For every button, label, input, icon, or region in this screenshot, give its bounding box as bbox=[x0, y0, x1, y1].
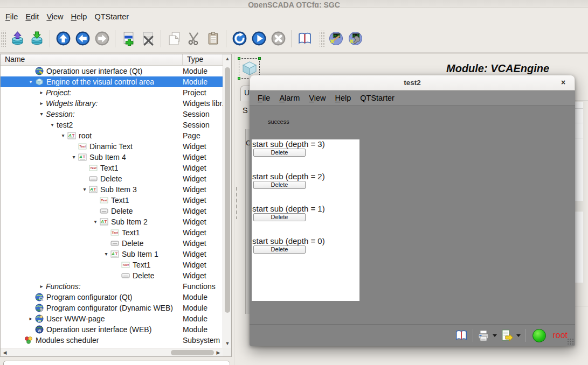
qtstarter-datetime-button[interactable]: 10:55 bbox=[326, 29, 345, 49]
delete-button[interactable]: Delete bbox=[253, 213, 306, 221]
tree-row-user-www-page[interactable]: ▸WUser WWW-pageModule bbox=[1, 313, 223, 324]
refresh-button[interactable] bbox=[230, 29, 249, 49]
paste-item-button[interactable] bbox=[203, 29, 223, 49]
current-user-button[interactable]: root bbox=[552, 331, 568, 340]
tree-row-project[interactable]: ▸Project:Project bbox=[1, 87, 223, 98]
scroll-left-icon[interactable]: ◀ bbox=[1, 350, 9, 355]
toolbar-grip[interactable] bbox=[320, 31, 325, 47]
save-to-db-button[interactable] bbox=[27, 29, 46, 49]
tree-row-sub-item-4[interactable]: ▾ATSub Item 4Widget bbox=[1, 152, 223, 163]
svg-text:W: W bbox=[38, 319, 41, 322]
print-dropdown-icon[interactable] bbox=[493, 334, 497, 337]
tree-row-delete[interactable]: DeleteWidget bbox=[1, 173, 223, 184]
tree-row-functions[interactable]: ▸Functions:Functions bbox=[1, 281, 223, 292]
tree-item-type: Widget bbox=[183, 152, 223, 163]
tree-row-operation-user-interface-qt[interactable]: Operation user interface (Qt)Module bbox=[1, 66, 223, 76]
tree-row-program-configurator-qt[interactable]: Program configurator (Qt)Module bbox=[1, 292, 223, 303]
export-dropdown-icon[interactable] bbox=[516, 334, 521, 337]
tree-row-text1[interactable]: TextText1Widget bbox=[1, 163, 223, 173]
export-icon[interactable] bbox=[501, 329, 514, 342]
load-from-db-button[interactable] bbox=[8, 29, 27, 49]
manual-icon[interactable] bbox=[455, 329, 468, 342]
tree-row-sub-item-1[interactable]: ▾ATSub Item 1Widget bbox=[1, 249, 223, 259]
tree-header-type[interactable]: Type bbox=[183, 54, 203, 65]
collapse-icon[interactable]: ▾ bbox=[70, 152, 78, 163]
manual-button[interactable] bbox=[295, 29, 314, 49]
menu-view[interactable]: View bbox=[46, 12, 63, 21]
tree-row-sub-item-2[interactable]: ▾ATSub Item 2Widget bbox=[1, 216, 223, 227]
tree-row-widgets-library[interactable]: ▸Widgets library:Widgets libr. bbox=[1, 98, 223, 109]
delete-button[interactable]: Delete bbox=[253, 149, 306, 157]
start-periodic-update-button[interactable] bbox=[249, 29, 268, 49]
cut-item-button[interactable] bbox=[184, 29, 203, 49]
tree-row-session[interactable]: ▾Session:Session bbox=[1, 109, 223, 120]
expand-icon[interactable]: ▸ bbox=[37, 87, 46, 98]
tree-item-label: Session: bbox=[46, 110, 75, 118]
delete-button[interactable]: Delete bbox=[253, 245, 306, 254]
page-at-icon: AT bbox=[67, 131, 77, 140]
dialog-titlebar[interactable]: test2 × bbox=[250, 75, 575, 90]
tree-row-delete[interactable]: DeleteWidget bbox=[1, 270, 223, 281]
clipped-tab[interactable]: U bbox=[240, 86, 250, 101]
tree-row-engine-of-the-visual-control-area[interactable]: ▾Engine of the visual control areaModule bbox=[1, 76, 223, 87]
qtstarter-config-button[interactable]: 10:55 bbox=[345, 29, 365, 49]
print-icon[interactable] bbox=[477, 329, 490, 342]
menu-edit[interactable]: Edit bbox=[25, 12, 39, 21]
menu-help[interactable]: Help bbox=[71, 12, 87, 21]
panel-splitter[interactable] bbox=[234, 54, 234, 365]
tree-row-text1[interactable]: TextText1Widget bbox=[1, 259, 223, 270]
dialog-menu-alarm[interactable]: Alarm bbox=[279, 94, 300, 102]
tree-row-root[interactable]: ▾ATrootPage bbox=[1, 130, 223, 141]
collapse-icon[interactable]: ▾ bbox=[48, 120, 57, 130]
dialog-menu-view[interactable]: View bbox=[309, 94, 326, 102]
menu-qtstarter[interactable]: QTStarter bbox=[94, 12, 129, 21]
collapse-icon[interactable]: ▾ bbox=[91, 216, 100, 227]
tree-row-modules-scheduler[interactable]: Modules schedulerSubsystem bbox=[1, 335, 223, 346]
selection-handle[interactable] bbox=[258, 57, 261, 60]
scroll-down-icon[interactable]: ▼ bbox=[223, 341, 232, 346]
collapse-icon[interactable]: ▾ bbox=[80, 184, 89, 195]
collapse-icon[interactable]: ▾ bbox=[59, 130, 67, 141]
tree-row-sub-item-3[interactable]: ▾ATSub Item 3Widget bbox=[1, 184, 223, 195]
menu-file[interactable]: File bbox=[5, 12, 18, 21]
tree-row-test2[interactable]: ▾test2Session bbox=[1, 120, 223, 130]
selection-handle[interactable] bbox=[238, 57, 240, 60]
splitter-grip-icon[interactable] bbox=[236, 186, 238, 219]
tree-header-name[interactable]: Name bbox=[1, 54, 183, 65]
delete-button[interactable]: Delete bbox=[253, 181, 306, 189]
dialog-menu-help[interactable]: Help bbox=[335, 94, 351, 102]
close-icon[interactable]: × bbox=[557, 75, 569, 90]
dialog-menu-qtstarter[interactable]: QTStarter bbox=[360, 94, 395, 102]
tree-item-type: Session bbox=[183, 109, 223, 120]
tree-item-label: Engine of the visual control area bbox=[46, 78, 154, 86]
tree-row-dinamic-text[interactable]: TextDinamic TextWidget bbox=[1, 141, 223, 152]
go-back-button[interactable] bbox=[73, 29, 92, 49]
tree-row-text1[interactable]: TextText1Widget bbox=[1, 195, 223, 206]
dialog-menu-file[interactable]: File bbox=[258, 94, 270, 102]
tree-row-delete[interactable]: DeleteWidget bbox=[1, 238, 223, 249]
tree-row-program-configurator-dynamic-web[interactable]: Program configurator (Dynamic WEB)Module bbox=[1, 303, 223, 313]
tree-row-operation-user-interface-web[interactable]: WOperation user interface (WEB)Module bbox=[1, 324, 223, 335]
expand-icon[interactable]: ▸ bbox=[37, 98, 46, 109]
collapse-icon[interactable]: ▾ bbox=[26, 76, 35, 87]
resize-grip[interactable] bbox=[567, 338, 574, 345]
vertical-scroll-thumb[interactable] bbox=[225, 67, 230, 313]
go-up-button[interactable] bbox=[53, 29, 73, 49]
tree-vertical-scrollbar[interactable]: ▲ ▼ bbox=[223, 54, 231, 348]
tree-row-delete[interactable]: DeleteWidget bbox=[1, 206, 223, 216]
tree-horizontal-scrollbar[interactable]: ◀ ▶ bbox=[1, 348, 223, 356]
delete-item-button[interactable] bbox=[138, 29, 157, 49]
collapse-icon[interactable]: ▾ bbox=[37, 109, 46, 120]
selection-handle[interactable] bbox=[238, 77, 240, 80]
copy-item-button[interactable] bbox=[164, 29, 184, 49]
scroll-up-icon[interactable]: ▲ bbox=[223, 56, 232, 61]
horizontal-scroll-thumb[interactable] bbox=[171, 350, 214, 355]
expand-icon[interactable]: ▸ bbox=[26, 313, 35, 324]
toolbar-grip[interactable] bbox=[1, 31, 6, 47]
tree-row-text1[interactable]: TextText1Widget bbox=[1, 227, 223, 238]
scroll-right-icon[interactable]: ▶ bbox=[214, 350, 223, 355]
expand-icon[interactable]: ▸ bbox=[37, 281, 46, 292]
add-item-button[interactable] bbox=[119, 29, 138, 49]
collapse-icon[interactable]: ▾ bbox=[102, 249, 110, 259]
stop-periodic-update-button[interactable] bbox=[268, 29, 288, 49]
